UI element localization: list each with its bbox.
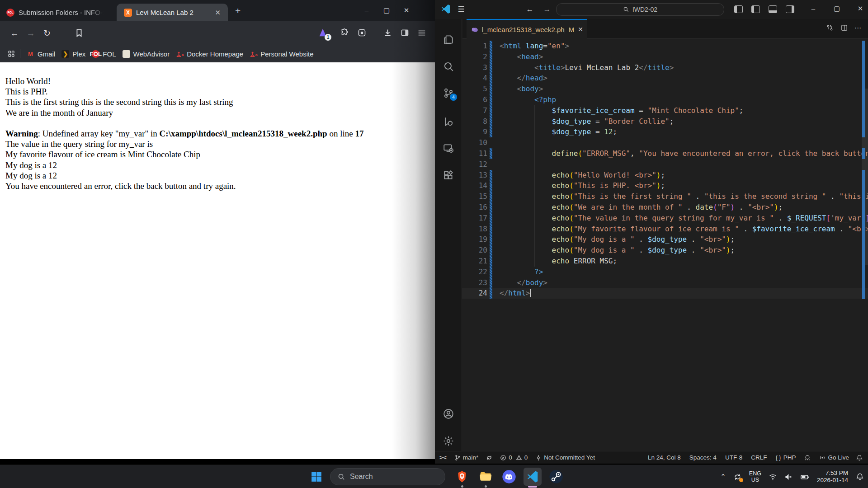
back-icon[interactable]: ← <box>9 28 20 39</box>
editor-tab-php-file[interactable]: l_mclean215318_week2.php M ✕ <box>467 19 587 39</box>
new-tab-button[interactable]: + <box>235 6 241 15</box>
remote-indicator[interactable]: >< <box>439 454 447 461</box>
tab-close-icon[interactable]: ✕ <box>578 26 583 33</box>
explorer-icon[interactable] <box>443 34 454 46</box>
nav-forward-icon[interactable]: → <box>542 4 552 15</box>
accounts-icon[interactable] <box>443 408 454 420</box>
code-line-14[interactable]: 14 echo("This is PHP. <br>"); <box>462 180 868 191</box>
code-line-20[interactable]: 20 echo("My dog is a " . $dog_type . "<b… <box>462 245 868 256</box>
run-debug-icon[interactable] <box>443 116 454 127</box>
bookmark-gmail[interactable]: MGmail <box>27 50 55 58</box>
clock[interactable]: 7:53 PM 2026-01-14 <box>817 469 848 484</box>
code-line-19[interactable]: 19 echo("My dog is a " . $dog_type . "<b… <box>462 234 868 245</box>
code-line-8[interactable]: 8 $dog_type = "Border Collie"; <box>462 116 868 127</box>
vscode-maximize-button[interactable]: ▢ <box>830 5 844 13</box>
source-control-icon[interactable]: 4 <box>443 87 454 99</box>
open-changes-icon[interactable] <box>826 24 834 32</box>
hamburger-menu-icon[interactable]: ☰ <box>456 4 467 15</box>
code-line-16[interactable]: 16 echo("We are in the month of " . date… <box>462 202 868 213</box>
browser-tab-submission-folders[interactable]: FOL Submission Folders - INFO-1208 PHP <box>6 4 113 21</box>
explorer-taskbar-icon[interactable] <box>476 468 495 486</box>
reload-icon[interactable]: ↻ <box>42 28 52 39</box>
go-live-button[interactable]: Go Live <box>819 454 849 461</box>
vscode-taskbar-icon[interactable] <box>524 468 542 486</box>
leo-ai-icon[interactable]: 1 <box>318 28 329 39</box>
code-line-12[interactable]: 12 <box>462 159 868 170</box>
code-line-7[interactable]: 7 $favorite_ice_cream = "Mint Chocolate … <box>462 105 868 116</box>
menu-icon[interactable] <box>417 28 428 39</box>
code-line-21[interactable]: 21 echo ERROR_MSG; <box>462 256 868 267</box>
settings-gear-icon[interactable] <box>443 435 454 447</box>
code-line-15[interactable]: 15 echo("This is the first string " . "t… <box>462 191 868 202</box>
tab-close-icon[interactable]: ✕ <box>212 8 223 18</box>
volume-muted-icon[interactable] <box>784 473 793 481</box>
split-editor-icon[interactable] <box>840 24 848 32</box>
command-center-search[interactable]: IWD2-02 <box>556 3 724 16</box>
extension-button-icon[interactable] <box>357 28 368 39</box>
code-line-24[interactable]: 24</html> <box>462 288 868 299</box>
code-line-11[interactable]: 11 define("ERROR_MSG", "You have encount… <box>462 148 868 159</box>
browser-maximize-button[interactable]: ▢ <box>380 6 393 14</box>
sidebar-panel-icon[interactable] <box>400 28 411 39</box>
cursor-position[interactable]: Ln 24, Col 8 <box>648 454 681 461</box>
toggle-secondary-sidebar-icon[interactable] <box>786 5 794 13</box>
language-indicator[interactable]: ENG US <box>749 470 761 483</box>
extensions-icon[interactable] <box>443 169 454 181</box>
browser-tab-active[interactable]: X Levi McLean Lab 2 ✕ <box>117 4 228 21</box>
code-line-6[interactable]: 6 <?php <box>462 94 868 105</box>
extensions-puzzle-icon[interactable] <box>340 28 351 39</box>
code-line-1[interactable]: 1<html lang="en"> <box>462 41 868 52</box>
eol-setting[interactable]: CRLF <box>751 454 767 461</box>
nav-back-icon[interactable]: ← <box>524 4 535 15</box>
encoding-setting[interactable]: UTF-8 <box>725 454 742 461</box>
browser-minimize-button[interactable]: – <box>360 6 373 14</box>
vscode-close-button[interactable]: ✕ <box>854 5 867 13</box>
more-actions-icon[interactable]: ⋯ <box>854 24 862 32</box>
code-line-9[interactable]: 9 $dog_type = 12; <box>462 127 868 137</box>
code-line-5[interactable]: 5 <body> <box>462 84 868 94</box>
sync-changes-button[interactable] <box>486 455 492 461</box>
problems-indicator[interactable]: 0 0 <box>500 454 528 461</box>
toggle-sidebar-icon[interactable] <box>751 5 760 13</box>
discord-taskbar-icon[interactable] <box>500 468 518 486</box>
steam-taskbar-icon[interactable] <box>547 468 565 486</box>
code-line-23[interactable]: 23 </body> <box>462 277 868 288</box>
start-button[interactable] <box>311 471 322 483</box>
tray-chevron-icon[interactable]: ⌃ <box>720 473 726 481</box>
code-line-3[interactable]: 3 <title>Levi McLean Lab 2</title> <box>462 62 868 73</box>
customize-layout-icon[interactable] <box>734 5 743 13</box>
code-line-22[interactable]: 22 ?> <box>462 267 868 277</box>
browser-close-button[interactable]: ✕ <box>400 6 413 14</box>
status-extension-icon[interactable] <box>804 455 811 461</box>
notifications-bell-icon[interactable] <box>856 455 863 461</box>
bookmark-personal-website[interactable]: ⯦₀Personal Website <box>250 50 313 58</box>
toggle-panel-icon[interactable] <box>769 5 777 13</box>
bookmark-icon[interactable] <box>74 28 85 39</box>
notification-center-icon[interactable] <box>855 472 864 481</box>
downloads-icon[interactable] <box>383 28 394 39</box>
search-icon[interactable] <box>443 61 454 72</box>
code-line-17[interactable]: 17 echo("The value in the query string f… <box>462 213 868 224</box>
apps-grid-icon[interactable] <box>7 50 15 58</box>
remote-explorer-icon[interactable] <box>443 142 454 154</box>
bookmark-webadvisor[interactable]: WebAdvisor <box>123 50 170 58</box>
vscode-minimize-button[interactable]: – <box>807 5 820 12</box>
forward-icon[interactable]: → <box>25 28 36 39</box>
brave-taskbar-icon[interactable] <box>453 468 471 486</box>
taskbar-search-box[interactable]: Search <box>330 468 445 485</box>
code-line-18[interactable]: 18 echo("My favorite flavour of ice crea… <box>462 224 868 235</box>
code-line-2[interactable]: 2 <head> <box>462 52 868 62</box>
commit-status[interactable]: Not Committed Yet <box>535 454 595 461</box>
code-editor[interactable]: 1<html lang="en">2 <head>3 <title>Levi M… <box>462 39 868 451</box>
onedrive-sync-icon[interactable] <box>733 473 742 481</box>
indentation-setting[interactable]: Spaces: 4 <box>689 454 717 461</box>
code-line-4[interactable]: 4 </head> <box>462 73 868 84</box>
code-line-10[interactable]: 10 <box>462 137 868 148</box>
bookmark-plex[interactable]: ❯Plex <box>61 50 85 58</box>
battery-icon[interactable] <box>800 472 810 482</box>
bookmark-docker-homepage[interactable]: ⯦₀Docker Homepage <box>176 50 243 58</box>
git-branch-indicator[interactable]: main* <box>454 454 479 461</box>
bookmark-fol[interactable]: FOLFOL <box>92 50 116 58</box>
language-mode[interactable]: { } PHP <box>775 454 796 461</box>
code-line-13[interactable]: 13 echo("Hello World! <br>"); <box>462 170 868 181</box>
